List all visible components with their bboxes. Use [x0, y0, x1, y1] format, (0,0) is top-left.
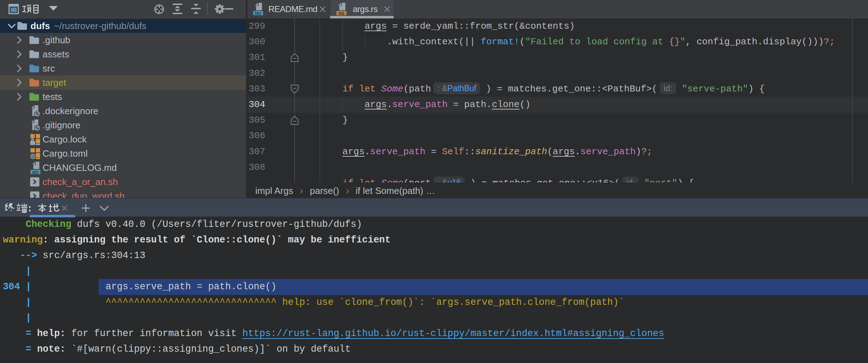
svg-text:MD: MD [32, 170, 39, 174]
svg-text:RS: RS [339, 11, 344, 16]
svg-text:R: R [32, 154, 35, 159]
svg-text:MD: MD [255, 11, 261, 16]
